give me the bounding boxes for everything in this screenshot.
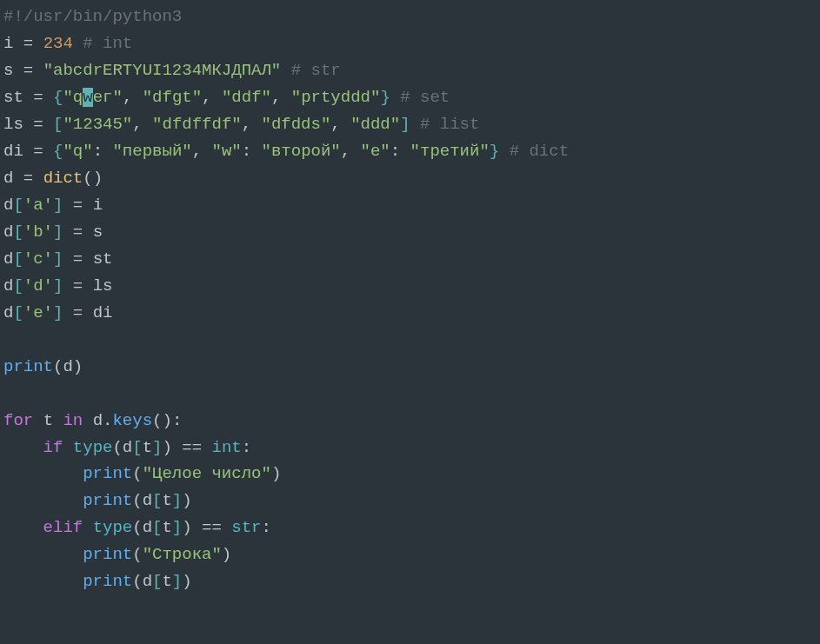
code-text: d <box>3 222 13 242</box>
code-text: ) <box>73 357 83 376</box>
code-text: [ <box>13 222 23 242</box>
code-text: i <box>3 34 13 53</box>
code-text: "Строка" <box>143 545 222 564</box>
code-text: d <box>63 357 72 376</box>
code-text: if <box>43 438 63 457</box>
code-text: { <box>53 142 63 161</box>
code-text: di <box>3 142 23 161</box>
code-text: d <box>3 303 13 322</box>
code-text: : <box>390 142 400 161</box>
code-text: print <box>3 357 53 376</box>
code-text: st <box>3 88 23 107</box>
code-text: , <box>271 88 281 107</box>
code-text: : <box>172 411 182 430</box>
code-text: [ <box>13 303 23 322</box>
code-comment: # set <box>400 88 450 107</box>
code-text: , <box>341 142 350 161</box>
code-text: [ <box>152 518 162 537</box>
text-cursor: w <box>83 88 92 107</box>
code-text: "dfdffdf" <box>152 115 242 134</box>
code-text: ) <box>93 169 103 188</box>
code-text: == <box>202 518 222 537</box>
code-text: "ddd" <box>350 115 400 134</box>
code-text: [ <box>152 572 162 591</box>
code-text: = <box>23 34 33 53</box>
code-text: ] <box>172 518 182 537</box>
code-text: i <box>93 196 103 215</box>
code-text: "e" <box>361 142 390 161</box>
code-text: = <box>73 276 83 295</box>
code-text: , <box>123 88 132 107</box>
code-text: print <box>83 491 132 510</box>
code-text: "12345" <box>63 115 132 134</box>
code-text: "первый" <box>112 142 191 161</box>
code-text: "третий" <box>410 142 490 161</box>
code-text: [ <box>13 276 23 295</box>
code-text: ] <box>172 572 182 591</box>
code-text: = <box>73 249 83 269</box>
code-comment: # dict <box>510 142 569 161</box>
code-text: dict <box>43 169 83 188</box>
code-text: = <box>73 196 83 215</box>
code-comment: # str <box>291 61 341 80</box>
code-text: d <box>93 411 103 430</box>
code-text: di <box>93 303 113 322</box>
code-text: ) <box>182 572 191 591</box>
code-text: elif <box>43 518 83 537</box>
code-text: s <box>3 61 13 80</box>
code-text: , <box>330 115 340 134</box>
code-text: keys <box>112 411 152 430</box>
code-text: "q <box>63 88 83 107</box>
code-text: = <box>73 303 83 322</box>
code-text: 234 <box>43 34 73 53</box>
code-text: ( <box>112 438 122 457</box>
code-text: t <box>162 491 171 510</box>
code-text: 'e' <box>23 303 53 322</box>
code-text: 'd' <box>23 276 53 295</box>
code-text: ( <box>53 357 63 376</box>
code-text: "Целое число" <box>143 464 271 483</box>
code-editor[interactable]: #!/usr/bin/python3 i = 234 # int s = "ab… <box>0 0 820 595</box>
code-text: d <box>3 196 13 215</box>
code-text: ] <box>53 276 63 295</box>
code-text: [ <box>152 491 162 510</box>
code-text: d <box>3 276 13 295</box>
code-text: t <box>43 411 53 430</box>
code-text: ( <box>132 464 142 483</box>
code-text: ) <box>271 464 281 483</box>
code-text: ( <box>132 491 142 510</box>
code-text: ] <box>53 222 63 242</box>
code-text: s <box>93 222 103 242</box>
code-text: ) <box>182 491 191 510</box>
code-text: ) <box>182 518 191 537</box>
code-text: str <box>231 518 261 537</box>
code-text: d <box>3 249 13 269</box>
code-text: print <box>83 545 132 564</box>
code-text: d <box>123 438 132 457</box>
code-text: int <box>212 438 242 457</box>
code-text: } <box>380 88 390 107</box>
code-text: ( <box>132 518 142 537</box>
code-text: ] <box>53 196 63 215</box>
code-text: [ <box>132 438 142 457</box>
code-text: : <box>262 518 271 537</box>
code-text: = <box>73 222 83 242</box>
code-text: t <box>162 518 171 537</box>
code-text: = <box>33 142 43 161</box>
code-text: for <box>3 411 33 430</box>
code-comment: # int <box>83 34 132 53</box>
code-text: d <box>143 572 152 591</box>
code-text: ( <box>83 169 92 188</box>
code-text: ) <box>162 411 171 430</box>
code-text: ег" <box>93 88 123 107</box>
code-text: d <box>3 169 13 188</box>
code-text: "ddf" <box>222 88 271 107</box>
code-text: print <box>83 464 132 483</box>
code-text: ] <box>53 303 63 322</box>
code-text: ] <box>400 115 410 134</box>
code-text: d <box>143 491 152 510</box>
code-text: "dfdds" <box>262 115 331 134</box>
code-text: , <box>192 142 202 161</box>
code-text: "второй" <box>262 142 341 161</box>
shebang-line: #!/usr/bin/python3 <box>3 7 182 26</box>
